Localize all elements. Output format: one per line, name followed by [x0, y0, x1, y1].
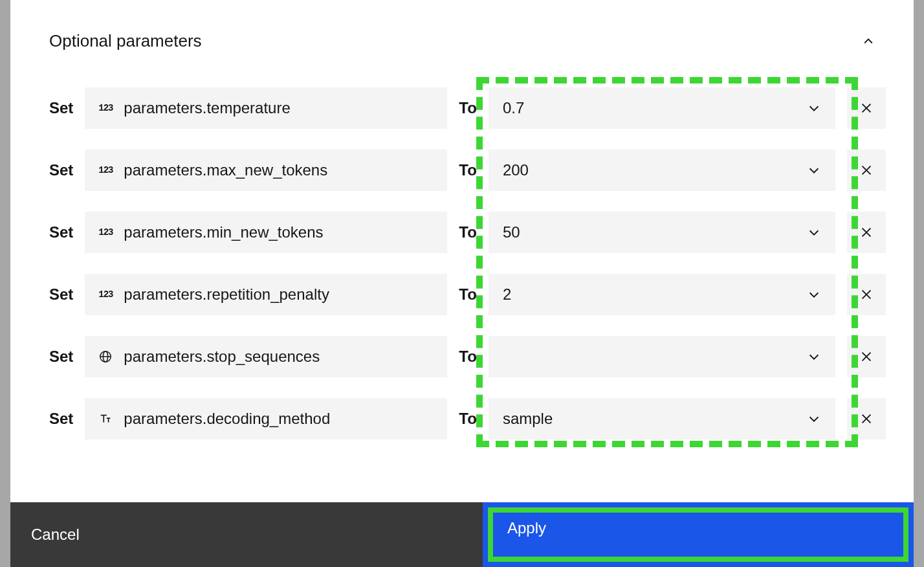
parameter-name: parameters.decoding_method: [124, 410, 330, 428]
footer-buttons: Cancel Apply: [10, 502, 914, 567]
parameter-row: Set parameters.stop_sequences To: [49, 336, 875, 377]
close-icon: [859, 287, 874, 302]
chevron-up-icon: [862, 35, 875, 48]
chevron-down-icon: [807, 412, 821, 426]
close-icon: [859, 350, 874, 364]
cancel-label: Cancel: [31, 526, 80, 544]
remove-row-button[interactable]: [847, 336, 886, 377]
set-label: Set: [49, 410, 73, 428]
value-text: 2: [503, 285, 511, 304]
apply-button[interactable]: Apply: [488, 507, 908, 562]
parameter-name: parameters.temperature: [124, 99, 290, 117]
remove-row-button[interactable]: [847, 274, 886, 315]
value-text: sample: [503, 410, 553, 428]
chevron-down-icon: [807, 350, 821, 364]
to-label: To: [459, 99, 477, 117]
chevron-down-icon: [807, 163, 821, 177]
parameter-name: parameters.repetition_penalty: [124, 285, 329, 304]
cancel-button[interactable]: Cancel: [10, 502, 483, 567]
remove-row-button[interactable]: [847, 212, 886, 253]
set-label: Set: [49, 99, 73, 117]
parameter-rows: Set 123 parameters.temperature To 0.7: [49, 87, 875, 439]
parameter-select[interactable]: 123 parameters.max_new_tokens: [85, 150, 447, 191]
value-text: 0.7: [503, 99, 524, 117]
to-label: To: [459, 285, 477, 304]
globe-type-icon: [96, 350, 115, 364]
remove-row-button[interactable]: [847, 150, 886, 191]
close-icon: [859, 163, 874, 177]
parameter-select[interactable]: parameters.stop_sequences: [85, 336, 447, 377]
left-backdrop: [0, 0, 10, 567]
number-type-icon: 123: [96, 101, 115, 115]
parameter-name: parameters.min_new_tokens: [124, 223, 323, 241]
parameter-select[interactable]: 123 parameters.min_new_tokens: [85, 212, 447, 253]
right-backdrop: [914, 0, 924, 567]
value-select[interactable]: [489, 336, 835, 377]
value-select[interactable]: sample: [489, 398, 835, 439]
apply-button-wrap: Apply: [483, 502, 914, 567]
section-header[interactable]: Optional parameters: [49, 31, 875, 51]
parameter-row: Set 123 parameters.repetition_penalty To…: [49, 274, 875, 315]
set-label: Set: [49, 348, 73, 366]
parameter-select[interactable]: 123 parameters.temperature: [85, 87, 447, 129]
number-type-icon: 123: [96, 225, 115, 239]
chevron-down-icon: [807, 101, 821, 115]
value-select[interactable]: 200: [489, 150, 835, 191]
value-select[interactable]: 2: [489, 274, 835, 315]
chevron-down-icon: [807, 225, 821, 239]
to-label: To: [459, 223, 477, 241]
parameter-row: Set 123 parameters.temperature To 0.7: [49, 87, 875, 129]
close-icon: [859, 225, 874, 239]
set-label: Set: [49, 161, 73, 179]
close-icon: [859, 101, 874, 115]
parameter-row: Set 123 parameters.max_new_tokens To 200: [49, 150, 875, 191]
value-select[interactable]: 0.7: [489, 87, 835, 129]
tutorial-highlight: [476, 77, 858, 447]
text-type-icon: [96, 412, 115, 426]
parameter-name: parameters.stop_sequences: [124, 348, 320, 366]
apply-label: Apply: [507, 519, 546, 537]
value-text: 200: [503, 161, 529, 179]
parameter-row: Set 123 parameters.min_new_tokens To 50: [49, 212, 875, 253]
number-type-icon: 123: [96, 163, 115, 177]
chevron-down-icon: [807, 287, 821, 302]
section-title: Optional parameters: [49, 31, 202, 51]
parameter-row: Set parameters.decoding_method To sample: [49, 398, 875, 439]
parameters-panel: Optional parameters Set 123 parameters.t…: [10, 0, 914, 567]
number-type-icon: 123: [96, 287, 115, 302]
parameter-select[interactable]: 123 parameters.repetition_penalty: [85, 274, 447, 315]
set-label: Set: [49, 285, 73, 304]
to-label: To: [459, 410, 477, 428]
value-select[interactable]: 50: [489, 212, 835, 253]
remove-row-button[interactable]: [847, 398, 886, 439]
remove-row-button[interactable]: [847, 87, 886, 129]
close-icon: [859, 412, 874, 426]
to-label: To: [459, 161, 477, 179]
value-text: 50: [503, 223, 520, 241]
parameter-name: parameters.max_new_tokens: [124, 161, 327, 179]
to-label: To: [459, 348, 477, 366]
parameter-select[interactable]: parameters.decoding_method: [85, 398, 447, 439]
set-label: Set: [49, 223, 73, 241]
